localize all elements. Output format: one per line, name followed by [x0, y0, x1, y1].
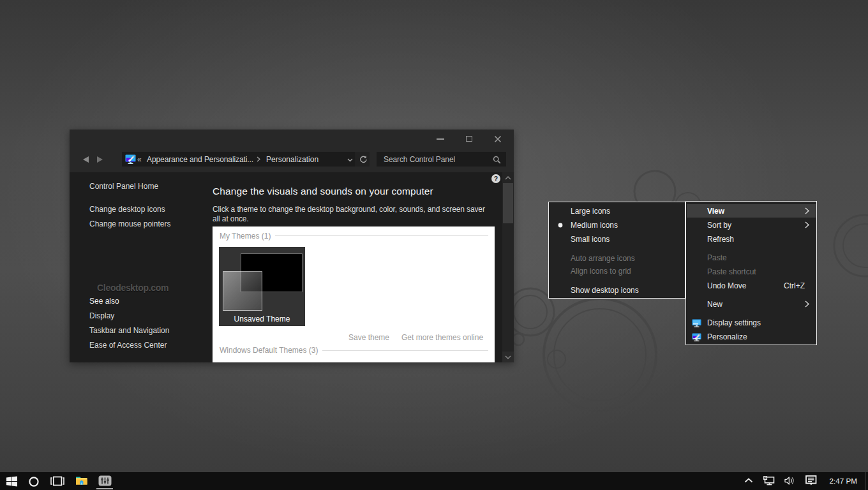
svg-text:?: ?: [494, 175, 498, 182]
